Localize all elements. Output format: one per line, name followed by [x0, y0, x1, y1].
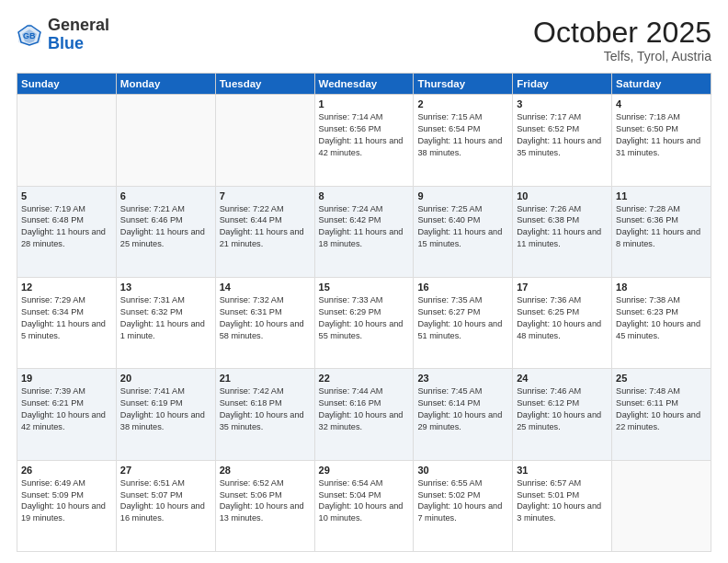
day-number: 20	[120, 373, 211, 384]
month-title: October 2025	[533, 17, 711, 49]
day-number: 17	[517, 282, 608, 293]
day-number: 3	[517, 98, 608, 109]
calendar-cell: 27Sunrise: 6:51 AM Sunset: 5:07 PM Dayli…	[116, 460, 215, 551]
calendar-cell: 13Sunrise: 7:31 AM Sunset: 6:32 PM Dayli…	[116, 277, 215, 368]
day-number: 1	[319, 98, 410, 109]
day-number: 23	[417, 373, 508, 384]
calendar-cell: 2Sunrise: 7:15 AM Sunset: 6:54 PM Daylig…	[414, 95, 513, 186]
calendar-cell: 23Sunrise: 7:45 AM Sunset: 6:14 PM Dayli…	[414, 369, 513, 460]
calendar-table: SundayMondayTuesdayWednesdayThursdayFrid…	[17, 73, 711, 552]
day-number: 27	[120, 465, 211, 476]
weekday-header-sunday: Sunday	[17, 74, 117, 95]
day-number: 4	[616, 98, 707, 109]
calendar-cell: 9Sunrise: 7:25 AM Sunset: 6:40 PM Daylig…	[414, 186, 513, 277]
day-number: 31	[517, 465, 608, 476]
calendar-cell: 19Sunrise: 7:39 AM Sunset: 6:21 PM Dayli…	[17, 369, 117, 460]
day-info: Sunrise: 7:48 AM Sunset: 6:11 PM Dayligh…	[616, 385, 707, 433]
svg-text:GB: GB	[23, 31, 36, 40]
day-info: Sunrise: 7:41 AM Sunset: 6:19 PM Dayligh…	[120, 385, 211, 433]
day-info: Sunrise: 7:24 AM Sunset: 6:42 PM Dayligh…	[319, 203, 410, 251]
calendar-cell	[612, 460, 711, 551]
day-info: Sunrise: 7:36 AM Sunset: 6:25 PM Dayligh…	[517, 294, 608, 342]
day-number: 29	[319, 465, 410, 476]
day-info: Sunrise: 6:55 AM Sunset: 5:02 PM Dayligh…	[417, 477, 508, 525]
day-info: Sunrise: 6:51 AM Sunset: 5:07 PM Dayligh…	[120, 477, 211, 525]
day-number: 16	[417, 282, 508, 293]
day-info: Sunrise: 6:49 AM Sunset: 5:09 PM Dayligh…	[21, 477, 112, 525]
calendar-cell: 12Sunrise: 7:29 AM Sunset: 6:34 PM Dayli…	[17, 277, 117, 368]
calendar-cell: 7Sunrise: 7:22 AM Sunset: 6:44 PM Daylig…	[215, 186, 314, 277]
day-info: Sunrise: 7:32 AM Sunset: 6:31 PM Dayligh…	[220, 294, 311, 342]
calendar-cell: 1Sunrise: 7:14 AM Sunset: 6:56 PM Daylig…	[314, 95, 414, 186]
day-info: Sunrise: 7:28 AM Sunset: 6:36 PM Dayligh…	[616, 203, 707, 251]
calendar-cell: 24Sunrise: 7:46 AM Sunset: 6:12 PM Dayli…	[513, 369, 612, 460]
week-row-4: 19Sunrise: 7:39 AM Sunset: 6:21 PM Dayli…	[17, 369, 711, 460]
day-number: 18	[616, 282, 707, 293]
day-info: Sunrise: 7:21 AM Sunset: 6:46 PM Dayligh…	[120, 203, 211, 251]
calendar-cell: 6Sunrise: 7:21 AM Sunset: 6:46 PM Daylig…	[116, 186, 215, 277]
day-info: Sunrise: 6:52 AM Sunset: 5:06 PM Dayligh…	[220, 477, 311, 525]
day-number: 21	[220, 373, 311, 384]
day-number: 8	[319, 190, 410, 201]
location: Telfs, Tyrol, Austria	[533, 49, 711, 63]
calendar-cell: 18Sunrise: 7:38 AM Sunset: 6:23 PM Dayli…	[612, 277, 711, 368]
header: GB General Blue October 2025 Telfs, Tyro…	[17, 17, 711, 63]
calendar-cell: 20Sunrise: 7:41 AM Sunset: 6:19 PM Dayli…	[116, 369, 215, 460]
calendar-cell: 3Sunrise: 7:17 AM Sunset: 6:52 PM Daylig…	[513, 95, 612, 186]
day-number: 7	[220, 190, 311, 201]
day-number: 6	[120, 190, 211, 201]
calendar-cell: 31Sunrise: 6:57 AM Sunset: 5:01 PM Dayli…	[513, 460, 612, 551]
calendar-cell: 30Sunrise: 6:55 AM Sunset: 5:02 PM Dayli…	[414, 460, 513, 551]
day-info: Sunrise: 7:14 AM Sunset: 6:56 PM Dayligh…	[319, 111, 410, 159]
calendar-cell: 17Sunrise: 7:36 AM Sunset: 6:25 PM Dayli…	[513, 277, 612, 368]
day-number: 22	[319, 373, 410, 384]
calendar-cell: 21Sunrise: 7:42 AM Sunset: 6:18 PM Dayli…	[215, 369, 314, 460]
calendar-cell: 29Sunrise: 6:54 AM Sunset: 5:04 PM Dayli…	[314, 460, 414, 551]
weekday-header-row: SundayMondayTuesdayWednesdayThursdayFrid…	[17, 74, 711, 95]
calendar-cell: 16Sunrise: 7:35 AM Sunset: 6:27 PM Dayli…	[414, 277, 513, 368]
day-number: 10	[517, 190, 608, 201]
calendar-cell: 28Sunrise: 6:52 AM Sunset: 5:06 PM Dayli…	[215, 460, 314, 551]
day-info: Sunrise: 7:19 AM Sunset: 6:48 PM Dayligh…	[21, 203, 112, 251]
calendar-cell: 14Sunrise: 7:32 AM Sunset: 6:31 PM Dayli…	[215, 277, 314, 368]
day-info: Sunrise: 7:15 AM Sunset: 6:54 PM Dayligh…	[417, 111, 508, 159]
calendar-cell: 5Sunrise: 7:19 AM Sunset: 6:48 PM Daylig…	[17, 186, 117, 277]
calendar-cell	[116, 95, 215, 186]
day-number: 15	[319, 282, 410, 293]
calendar-cell: 15Sunrise: 7:33 AM Sunset: 6:29 PM Dayli…	[314, 277, 414, 368]
calendar-cell: 11Sunrise: 7:28 AM Sunset: 6:36 PM Dayli…	[612, 186, 711, 277]
calendar-cell	[215, 95, 314, 186]
week-row-3: 12Sunrise: 7:29 AM Sunset: 6:34 PM Dayli…	[17, 277, 711, 368]
weekday-header-friday: Friday	[513, 74, 612, 95]
calendar-cell	[17, 95, 117, 186]
week-row-1: 1Sunrise: 7:14 AM Sunset: 6:56 PM Daylig…	[17, 95, 711, 186]
weekday-header-monday: Monday	[116, 74, 215, 95]
day-info: Sunrise: 7:42 AM Sunset: 6:18 PM Dayligh…	[220, 385, 311, 433]
day-info: Sunrise: 7:31 AM Sunset: 6:32 PM Dayligh…	[120, 294, 211, 342]
logo-blue-text: Blue	[48, 34, 84, 52]
day-info: Sunrise: 7:39 AM Sunset: 6:21 PM Dayligh…	[21, 385, 112, 433]
day-info: Sunrise: 7:17 AM Sunset: 6:52 PM Dayligh…	[517, 111, 608, 159]
day-info: Sunrise: 7:45 AM Sunset: 6:14 PM Dayligh…	[417, 385, 508, 433]
day-number: 25	[616, 373, 707, 384]
day-number: 26	[21, 465, 112, 476]
day-info: Sunrise: 7:18 AM Sunset: 6:50 PM Dayligh…	[616, 111, 707, 159]
weekday-header-tuesday: Tuesday	[215, 74, 314, 95]
day-number: 28	[220, 465, 311, 476]
day-info: Sunrise: 7:29 AM Sunset: 6:34 PM Dayligh…	[21, 294, 112, 342]
page: GB General Blue October 2025 Telfs, Tyro…	[0, 0, 728, 563]
day-info: Sunrise: 7:44 AM Sunset: 6:16 PM Dayligh…	[319, 385, 410, 433]
day-info: Sunrise: 6:57 AM Sunset: 5:01 PM Dayligh…	[517, 477, 608, 525]
day-number: 19	[21, 373, 112, 384]
day-info: Sunrise: 7:33 AM Sunset: 6:29 PM Dayligh…	[319, 294, 410, 342]
day-info: Sunrise: 7:35 AM Sunset: 6:27 PM Dayligh…	[417, 294, 508, 342]
logo-general-text: General	[48, 16, 109, 34]
day-number: 24	[517, 373, 608, 384]
calendar-cell: 8Sunrise: 7:24 AM Sunset: 6:42 PM Daylig…	[314, 186, 414, 277]
calendar-cell: 4Sunrise: 7:18 AM Sunset: 6:50 PM Daylig…	[612, 95, 711, 186]
weekday-header-thursday: Thursday	[414, 74, 513, 95]
day-number: 11	[616, 190, 707, 201]
logo: GB General Blue	[17, 17, 109, 53]
calendar-cell: 25Sunrise: 7:48 AM Sunset: 6:11 PM Dayli…	[612, 369, 711, 460]
title-block: October 2025 Telfs, Tyrol, Austria	[533, 17, 711, 63]
